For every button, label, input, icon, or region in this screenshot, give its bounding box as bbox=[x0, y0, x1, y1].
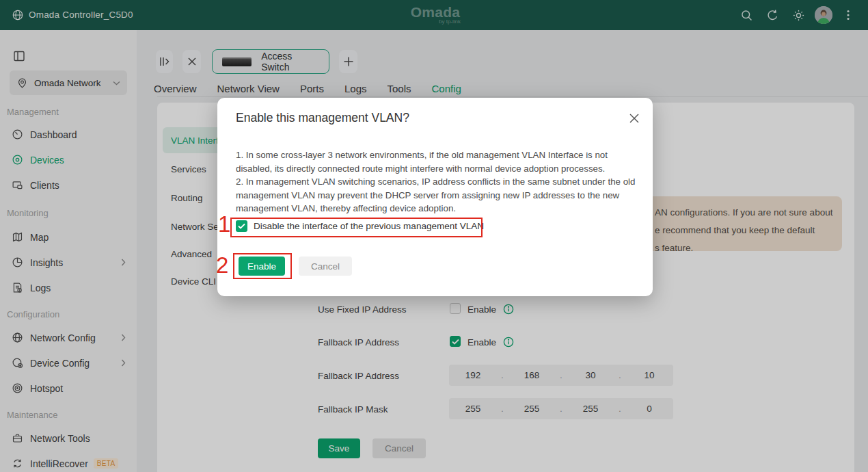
disable-previous-vlan-label: Disable the interface of the previous ma… bbox=[254, 221, 484, 231]
annotation-number-1: 1 bbox=[218, 213, 230, 235]
disable-previous-vlan-row: Disable the interface of the previous ma… bbox=[236, 220, 484, 232]
dialog-body-text: 1. In some cross-layer 3 network environ… bbox=[236, 148, 638, 215]
dialog-cancel-button[interactable]: Cancel bbox=[299, 257, 352, 276]
annotation-number-2: 2 bbox=[216, 254, 228, 276]
disable-previous-vlan-checkbox[interactable] bbox=[236, 220, 247, 232]
dialog-title: Enable this management VLAN? bbox=[236, 111, 409, 125]
dialog-enable-button[interactable]: Enable bbox=[239, 257, 285, 276]
enable-vlan-dialog: Enable this management VLAN? 1. In some … bbox=[217, 98, 653, 296]
app-window: Omada Controller_C5D0 Omada by tp-link bbox=[0, 0, 868, 472]
dialog-close-icon[interactable] bbox=[629, 113, 640, 124]
